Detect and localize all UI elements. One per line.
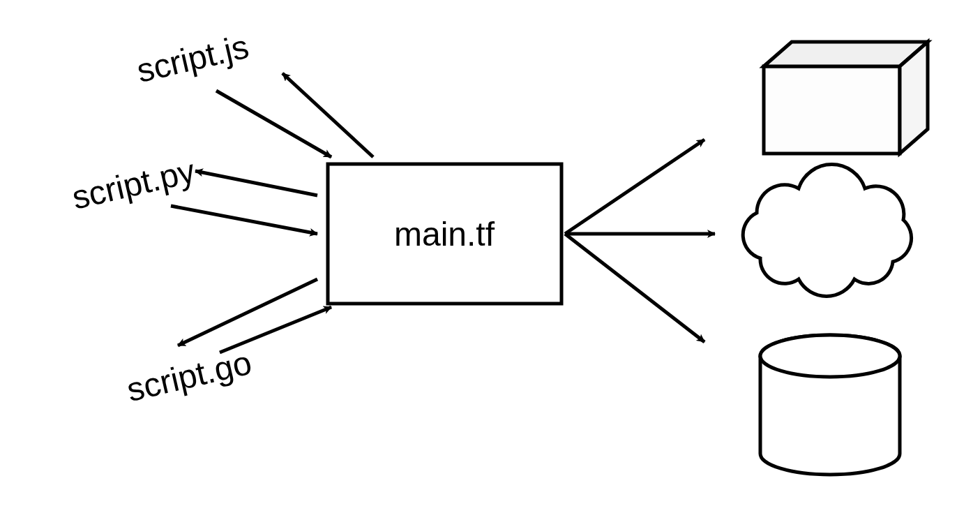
script-go-label: script.go (123, 344, 255, 408)
arrow-main-to-js (282, 73, 373, 157)
svg-marker-9 (764, 66, 900, 154)
arrow-go-to-main (220, 307, 331, 352)
main-label: main.tf (394, 216, 495, 253)
svg-line-4 (220, 307, 331, 352)
arrow-main-to-go (178, 279, 317, 345)
svg-line-2 (171, 206, 317, 234)
script-js-label: script.js (133, 28, 252, 89)
cylinder-icon (760, 335, 900, 475)
arrow-main-to-py (195, 171, 317, 195)
cube-icon (764, 42, 928, 154)
architecture-diagram: main.tf script.js script.py script.go (0, 0, 980, 513)
svg-point-13 (760, 335, 900, 377)
svg-line-1 (282, 73, 373, 157)
svg-line-8 (565, 234, 704, 342)
svg-line-5 (178, 279, 317, 345)
arrow-main-to-cylinder (565, 234, 704, 342)
arrow-py-to-main (171, 206, 317, 234)
svg-line-6 (565, 140, 704, 234)
cloud-icon (743, 165, 911, 297)
arrow-main-to-box (565, 140, 704, 234)
svg-line-3 (195, 171, 317, 195)
